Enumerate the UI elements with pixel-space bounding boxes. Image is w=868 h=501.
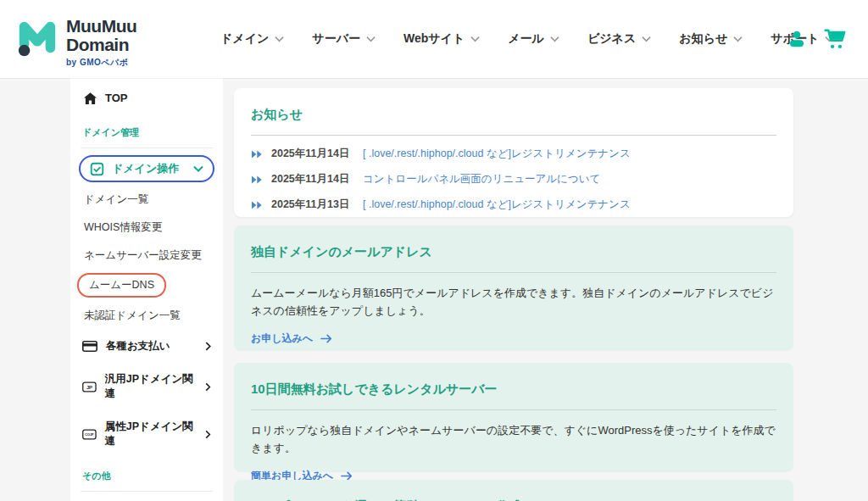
promo-card-mail: 独自ドメインのメールアドレス ムームーメールなら月額165円でメールアドレスを作… [234, 225, 793, 351]
chevron-right-icon [205, 382, 211, 392]
brand-logo-mark-icon [15, 14, 59, 67]
nav-item-business[interactable]: ビジネス [587, 31, 651, 47]
divider [251, 409, 776, 410]
jp-badge-icon: JP [82, 381, 97, 393]
nav-item-server[interactable]: サーバー [312, 31, 376, 47]
sidebar-item-whois-change[interactable]: WHOIS情報変更 [79, 214, 214, 242]
announcement-row: 2025年11月14日 コントロールパネル画面のリニューアルについて [251, 172, 776, 186]
sidebar-item-muumuu-dns: ムームーDNS [79, 270, 214, 302]
nav-item-label: ドメイン [220, 31, 269, 47]
promo-body: ロリポップなら独自ドメインやネームサーバーの設定不要で、すぐにWordPress… [251, 422, 776, 458]
sidebar-item-label: ドメイン操作 [112, 161, 179, 176]
sidebar-item-nameserver-change[interactable]: ネームサーバー設定変更 [79, 242, 214, 270]
account-icon[interactable] [787, 29, 807, 49]
announcement-date: 2025年11月13日 [271, 198, 363, 212]
nav-item-label: Webサイト [403, 31, 465, 47]
brand-name-line2: Domain [66, 36, 136, 54]
sidebar-item-generic-jp[interactable]: JP 汎用JPドメイン関連 [79, 363, 214, 410]
nav-item-domain[interactable]: ドメイン [220, 31, 284, 47]
nav-item-label: メール [508, 31, 544, 47]
chevron-down-icon [193, 165, 203, 172]
arrow-right-icon [320, 334, 332, 343]
svg-text:COJP: COJP [85, 433, 94, 437]
promo-card-homepage: テンプレートから選べる簡単ホームページ作成 [234, 480, 793, 501]
divider [81, 148, 213, 148]
sidebar-item-top[interactable]: TOP [79, 80, 214, 114]
sidebar-item-label: 各種お支払い [106, 339, 170, 353]
announcement-row: 2025年11月13日 [ .love/.rest/.hiphop/.cloud… [251, 198, 776, 212]
announcement-row: 2025年11月14日 [ .love/.rest/.hiphop/.cloud… [251, 147, 776, 161]
app-header: MuuMuu Domain by GMOペパボ ドメイン サーバー Webサイト… [0, 0, 868, 78]
sidebar-item-label: TOP [105, 92, 128, 104]
chevron-down-icon [470, 36, 480, 42]
chevron-down-icon [642, 36, 651, 42]
promo-signup-link[interactable]: お申し込みへ [251, 331, 332, 346]
sidebar-item-personal-settings[interactable]: 個人設定 [79, 492, 214, 501]
nav-item-label: サーバー [312, 31, 360, 47]
home-icon [84, 92, 97, 104]
announcement-date: 2025年11月14日 [271, 147, 363, 161]
svg-text:JP: JP [86, 385, 92, 390]
double-arrow-icon [251, 201, 264, 209]
cart-icon[interactable] [824, 28, 846, 50]
announcement-link[interactable]: コントロールパネル画面のリニューアルについて [363, 172, 600, 186]
nav-item-mail[interactable]: メール [508, 31, 559, 47]
chevron-down-icon [366, 36, 376, 42]
nav-item-label: ビジネス [587, 31, 636, 47]
chevron-down-icon [733, 36, 743, 42]
sidebar-item-label: 属性JPドメイン関連 [105, 420, 198, 448]
sidebar-section-domain-management: ドメイン管理 [79, 114, 214, 146]
cojp-badge-icon: COJP [82, 428, 97, 441]
announcements-title: お知らせ [251, 107, 776, 123]
credit-card-icon [82, 340, 97, 353]
brand-name-line1: MuuMuu [66, 17, 136, 36]
announcement-link[interactable]: [ .love/.rest/.hiphop/.cloud など]レジストリメンテ… [363, 198, 631, 212]
chevron-right-icon [205, 430, 211, 439]
sidebar-section-others: その他 [79, 458, 214, 489]
chevron-down-icon [275, 36, 284, 42]
divider [251, 135, 776, 136]
promo-card-rental-server: 10日間無料お試しできるレンタルサーバー ロリポップなら独自ドメインやネームサー… [234, 363, 793, 472]
sidebar: TOP ドメイン管理 ドメイン操作 ドメイン一覧 WHOIS情報変更 ネームサー… [70, 78, 223, 501]
announcement-date: 2025年11月14日 [271, 172, 363, 186]
sidebar-item-domain-list[interactable]: ドメイン一覧 [79, 186, 214, 214]
chevron-right-icon [205, 342, 211, 351]
divider [251, 272, 776, 273]
brand-logo[interactable]: MuuMuu Domain by GMOペパボ [15, 14, 136, 67]
promo-body: ムームーメールなら月額165円でメールアドレスを作成できます。独自ドメインのメー… [251, 285, 776, 320]
brand-byline: by GMOペパボ [66, 58, 136, 67]
sidebar-item-domain-operations[interactable]: ドメイン操作 [79, 155, 214, 182]
double-arrow-icon [251, 175, 264, 184]
sidebar-item-unverified-domains[interactable]: 未認証ドメイン一覧 [79, 302, 214, 330]
main-nav: ドメイン サーバー Webサイト メール ビジネス お知らせ サポート [220, 0, 834, 78]
sidebar-item-payments[interactable]: 各種お支払い [79, 330, 214, 363]
announcement-link[interactable]: [ .love/.rest/.hiphop/.cloud など]レジストリメンテ… [363, 147, 631, 161]
promo-title: 10日間無料お試しできるレンタルサーバー [251, 381, 776, 398]
promo-link-label: お申し込みへ [251, 331, 313, 346]
annotation-highlight[interactable]: ムームーDNS [77, 273, 166, 298]
arrow-right-icon [341, 471, 353, 481]
chevron-down-icon [550, 36, 559, 42]
double-arrow-icon [251, 150, 264, 159]
announcements-card: お知らせ 2025年11月14日 [ .love/.rest/.hiphop/.… [234, 88, 793, 217]
checkbox-icon [90, 162, 104, 176]
sidebar-item-attribute-jp[interactable]: COJP 属性JPドメイン関連 [79, 410, 214, 458]
nav-item-news[interactable]: お知らせ [679, 31, 743, 47]
nav-item-label: お知らせ [679, 31, 727, 47]
nav-item-website[interactable]: Webサイト [403, 31, 480, 47]
promo-title: 独自ドメインのメールアドレス [251, 244, 776, 260]
sidebar-item-label: 汎用JPドメイン関連 [105, 372, 198, 401]
